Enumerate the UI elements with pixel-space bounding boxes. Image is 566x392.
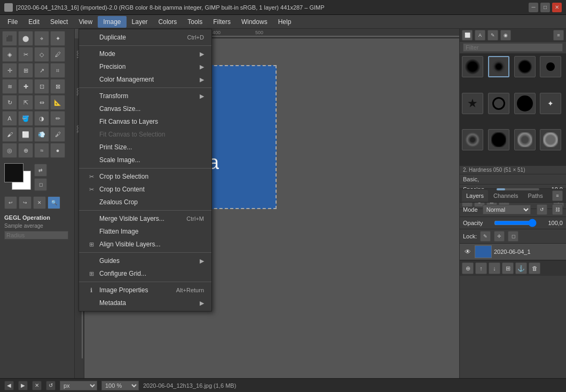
menu-select[interactable]: Select [45, 16, 73, 28]
delete-layer-btn[interactable]: 🗑 [529, 262, 540, 274]
brush-thumb-8[interactable]: ✦ [540, 93, 561, 114]
zoom-unit-select[interactable]: px % [60, 381, 97, 390]
foreground-color[interactable] [4, 163, 23, 182]
new-layer-btn[interactable]: ⊕ [462, 262, 474, 274]
menu-crop-content[interactable]: ✂ Crop to Content [79, 183, 211, 196]
clear-button[interactable]: ✕ [33, 196, 46, 209]
raise-layer-btn[interactable]: ↑ [475, 262, 487, 274]
menu-canvas-size[interactable]: Canvas Size... [79, 102, 211, 115]
undo-button[interactable]: ↩ [4, 196, 17, 209]
brush-tool-btn4[interactable]: ◉ [500, 30, 511, 41]
refresh-btn[interactable]: ↺ [46, 381, 56, 390]
mode-chain-btn[interactable]: ⛓ [552, 204, 563, 215]
tool-rotate[interactable]: ↻ [2, 95, 17, 110]
tool-dodge[interactable]: ● [50, 143, 65, 158]
menu-layer[interactable]: Layer [127, 16, 153, 28]
menu-guides[interactable]: Guides ▶ [79, 254, 211, 267]
tool-fuzzy-select[interactable]: ✦ [50, 31, 65, 46]
tool-ink[interactable]: 🖋 [50, 127, 65, 142]
tool-flip[interactable]: ⇔ [34, 95, 49, 110]
tool-eraser[interactable]: ⬜ [18, 127, 33, 142]
tool-pencil[interactable]: ✏ [50, 111, 65, 126]
anchor-layer-btn[interactable]: ⚓ [515, 262, 527, 274]
brush-thumb-1[interactable] [462, 56, 483, 77]
tool-transform[interactable]: ↗ [34, 63, 49, 78]
layers-menu-btn[interactable]: ≡ [552, 190, 563, 201]
tool-airbrush[interactable]: 💨 [34, 127, 49, 142]
tool-foreground-select[interactable]: ◇ [34, 47, 49, 62]
menu-merge-layers[interactable]: Merge Visible Layers... Ctrl+M [79, 212, 211, 225]
stop-btn[interactable]: ✕ [32, 381, 42, 390]
lock-position-btn[interactable]: ✛ [494, 231, 505, 242]
tool-blend[interactable]: ◑ [34, 111, 49, 126]
brush-filter-input[interactable] [463, 43, 563, 52]
menu-zealous-crop[interactable]: Zealous Crop [79, 196, 211, 209]
default-colors-button[interactable]: ◻ [34, 178, 47, 191]
tool-crop[interactable]: ⊠ [50, 79, 65, 94]
menu-view[interactable]: View [73, 16, 98, 28]
brush-thumb-2[interactable] [488, 56, 509, 77]
minimize-button[interactable]: ─ [529, 3, 538, 12]
brush-thumb-5[interactable]: ★ [462, 93, 483, 114]
layer-item[interactable]: 👁 2020-06-04_1 [460, 244, 566, 260]
prev-page-btn[interactable]: ◀ [4, 381, 14, 390]
tab-layers[interactable]: Layers [462, 190, 488, 202]
brush-thumb-10[interactable] [488, 129, 509, 150]
opacity-slider[interactable] [494, 219, 537, 227]
maximize-button[interactable]: □ [540, 3, 550, 12]
brush-tool-btn3[interactable]: ✎ [488, 30, 498, 41]
layer-visibility-btn[interactable]: 👁 [463, 247, 473, 257]
brush-thumb-7[interactable] [514, 93, 536, 114]
tool-bucket-fill[interactable]: 🪣 [18, 111, 33, 126]
menu-transform[interactable]: Transform ▶ [79, 90, 211, 102]
menu-help[interactable]: Help [273, 16, 297, 28]
menu-image-properties[interactable]: ℹ Image Properties Alt+Return [79, 284, 211, 297]
menu-align-layers[interactable]: ⊞ Align Visible Layers... [79, 238, 211, 251]
menu-file[interactable]: File [2, 16, 23, 28]
tab-channels[interactable]: Channels [489, 190, 522, 202]
radius-field[interactable] [4, 231, 68, 239]
brushes-menu-btn[interactable]: ≡ [553, 30, 564, 41]
tool-ellipse-select[interactable]: ⬤ [18, 31, 33, 46]
menu-fit-canvas-layers[interactable]: Fit Canvas to Layers [79, 115, 211, 128]
brush-thumb-12[interactable] [540, 129, 561, 150]
tool-scissors[interactable]: ✂ [18, 47, 33, 62]
tool-perspective[interactable]: ⊡ [34, 79, 49, 94]
menu-precision[interactable]: Precision ▶ [79, 60, 211, 73]
tool-scale[interactable]: ⇱ [18, 95, 33, 110]
tool-mypaint[interactable]: ◎ [2, 143, 17, 158]
menu-print-size[interactable]: Print Size... [79, 141, 211, 154]
brush-tool-btn2[interactable]: A [475, 30, 485, 41]
menu-colors[interactable]: Colors [153, 16, 183, 28]
redo-button[interactable]: ↪ [19, 196, 32, 209]
tool-paintbrush[interactable]: 🖌 [2, 127, 17, 142]
menu-crop-selection[interactable]: ✂ Crop to Selection [79, 170, 211, 183]
brush-tool-btn1[interactable]: ⬜ [462, 30, 473, 41]
next-page-btn[interactable]: ▶ [18, 381, 28, 390]
duplicate-layer-btn[interactable]: ⊞ [502, 262, 514, 274]
menu-duplicate[interactable]: Duplicate Ctrl+D [79, 31, 211, 44]
menu-edit[interactable]: Edit [23, 16, 45, 28]
menu-flatten[interactable]: Flatten Image [79, 225, 211, 238]
brush-thumb-6[interactable] [488, 93, 509, 114]
menu-image[interactable]: Image [98, 16, 126, 28]
menu-scale-image[interactable]: Scale Image... [79, 154, 211, 166]
menu-windows[interactable]: Windows [236, 16, 273, 28]
brush-thumb-9[interactable] [462, 129, 483, 150]
tool-heal[interactable]: ✚ [18, 79, 33, 94]
zoom-btn[interactable]: 🔍 [48, 196, 60, 209]
tab-paths[interactable]: Paths [524, 190, 547, 202]
menu-mode[interactable]: Mode ▶ [79, 47, 211, 60]
tool-text[interactable]: A [2, 111, 17, 126]
spacing-slider[interactable] [497, 188, 539, 190]
mode-reset-btn[interactable]: ↺ [537, 204, 547, 215]
tool-measure[interactable]: 📐 [50, 95, 65, 110]
lock-pixels-btn[interactable]: ✎ [480, 231, 491, 242]
tool-smudge[interactable]: ≈ [34, 143, 49, 158]
fg-bg-colors[interactable] [4, 163, 32, 191]
lock-alpha-btn[interactable]: ◻ [508, 231, 518, 242]
tool-rect-select[interactable]: ⬛ [2, 31, 17, 46]
menu-tools[interactable]: Tools [182, 16, 208, 28]
swap-colors-button[interactable]: ⇄ [34, 164, 47, 177]
tool-paths[interactable]: 🖊 [50, 47, 65, 62]
